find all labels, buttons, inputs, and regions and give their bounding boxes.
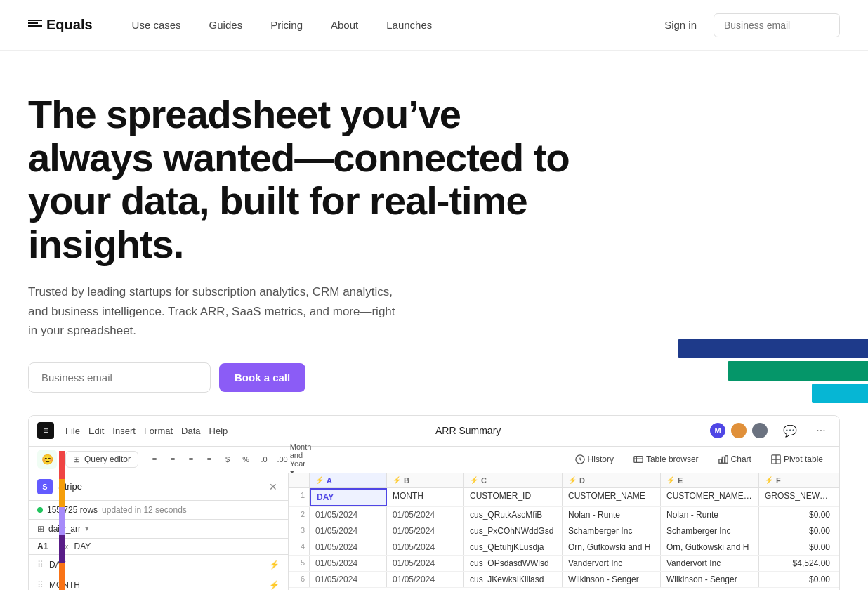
- cell-d5[interactable]: Vandervort Inc: [563, 556, 661, 571]
- more-icon[interactable]: ···: [811, 421, 831, 440]
- table-selector-row[interactable]: ⊞ daily_arr ▾: [29, 520, 288, 539]
- cell-c1[interactable]: CUSTOMER_ID: [464, 488, 563, 506]
- toolbar-right-buttons: History Table browser Chart Pivot table: [567, 451, 831, 468]
- cell-b3[interactable]: 01/05/2024: [387, 523, 464, 539]
- cell-f2[interactable]: $0.00: [759, 507, 836, 523]
- cell-e4[interactable]: Orn, Gutkowski and H: [661, 539, 759, 555]
- cell-c4[interactable]: cus_QEtuhjKLusdja: [464, 539, 563, 555]
- nav-link-use-cases[interactable]: Use cases: [121, 13, 192, 37]
- cell-b5[interactable]: 01/05/2024: [387, 556, 464, 571]
- cell-c2[interactable]: cus_QRutkAscMfiB: [464, 507, 563, 523]
- cell-e6[interactable]: Wilkinson - Senger: [661, 572, 759, 587]
- sign-in-link[interactable]: Sign in: [656, 13, 705, 37]
- spreadsheet-toolbar: ≡ File Edit Insert Format Data Help ARR …: [29, 416, 839, 447]
- chart-bar-3: [671, 383, 868, 403]
- lightning-f: ⚡: [765, 476, 773, 484]
- cell-b1[interactable]: MONTH: [387, 488, 464, 506]
- cell-c6[interactable]: cus_JKewksIKlllasd: [464, 572, 563, 587]
- chart-bar-2: [671, 361, 868, 381]
- menu-file[interactable]: File: [65, 426, 80, 436]
- menu-data[interactable]: Data: [181, 426, 200, 436]
- nav-link-about[interactable]: About: [320, 13, 369, 37]
- date-format-select[interactable]: Month and Year ▾: [293, 452, 308, 467]
- cell-a3[interactable]: 01/05/2024: [310, 523, 387, 539]
- emoji-button[interactable]: 😊: [37, 450, 57, 469]
- svg-rect-2: [722, 457, 725, 464]
- nav-link-pricing[interactable]: Pricing: [259, 13, 314, 37]
- chart-preview: [671, 339, 868, 403]
- cell-a5[interactable]: 01/05/2024: [310, 556, 387, 571]
- col-header-e[interactable]: ⚡ E: [661, 473, 759, 487]
- cell-f5[interactable]: $4,524.00: [759, 556, 836, 571]
- col-header-d[interactable]: ⚡ D: [563, 473, 661, 487]
- table-browser-button[interactable]: Table browser: [626, 451, 706, 468]
- col-header-c[interactable]: ⚡ C: [464, 473, 563, 487]
- col-header-a[interactable]: ⚡ A: [310, 473, 387, 487]
- cell-b6[interactable]: 01/05/2024: [387, 572, 464, 587]
- cell-f4[interactable]: $0.00: [759, 539, 836, 555]
- formula-bar: 😊 ⊞ Query editor ≡ ≡ ≡ ≡ $ % .0 .00 Mont…: [29, 447, 839, 473]
- cell-g4[interactable]: $465: [836, 539, 839, 555]
- drag-handle-icon[interactable]: ⠿: [37, 580, 44, 590]
- align-center-icon[interactable]: ≡: [165, 452, 180, 467]
- currency-icon[interactable]: $: [220, 452, 235, 467]
- cell-g2[interactable]: $0: [836, 507, 839, 523]
- nav-email-input[interactable]: [714, 13, 840, 37]
- close-sidebar-button[interactable]: ✕: [267, 480, 280, 493]
- align-right-icon[interactable]: ≡: [183, 452, 199, 467]
- stripe-icon: S: [37, 479, 53, 494]
- percent-icon[interactable]: %: [238, 452, 254, 467]
- table-browser-label: Table browser: [646, 454, 699, 464]
- menu-insert[interactable]: Insert: [112, 426, 136, 436]
- cell-e5[interactable]: Vandervort Inc: [661, 556, 759, 571]
- query-editor-button[interactable]: ⊞ Query editor: [65, 451, 138, 468]
- align-left-icon[interactable]: ≡: [147, 452, 162, 467]
- cell-d2[interactable]: Nolan - Runte: [563, 507, 661, 523]
- cell-f1[interactable]: GROSS_NEW_ARR: [759, 488, 836, 506]
- chart-button[interactable]: Chart: [711, 451, 759, 468]
- decimal-inc-icon[interactable]: .00: [275, 452, 290, 467]
- cell-d4[interactable]: Orn, Gutkowski and H: [563, 539, 661, 555]
- pivot-button[interactable]: Pivot table: [763, 451, 831, 468]
- cell-d1[interactable]: CUSTOMER_NAME: [563, 488, 661, 506]
- chat-icon[interactable]: 💬: [780, 421, 800, 440]
- menu-format[interactable]: Format: [144, 426, 173, 436]
- nav-link-launches[interactable]: Launches: [375, 13, 443, 37]
- cell-a1[interactable]: DAY: [310, 488, 387, 506]
- book-call-button[interactable]: Book a call: [219, 363, 305, 392]
- menu-help[interactable]: Help: [209, 426, 228, 436]
- cell-b4[interactable]: 01/05/2024: [387, 539, 464, 555]
- cell-d6[interactable]: Wilkinson - Senger: [563, 572, 661, 587]
- field-row-month: ⠿ MONTH ⚡: [29, 575, 288, 590]
- history-button[interactable]: History: [567, 451, 622, 468]
- nav-right: Sign in: [656, 13, 840, 37]
- align-justify-icon[interactable]: ≡: [202, 452, 217, 467]
- drag-handle-icon[interactable]: ⠿: [37, 560, 44, 570]
- logo[interactable]: Equals: [28, 17, 93, 33]
- row-num-1: 1: [289, 488, 310, 506]
- cell-d3[interactable]: Schamberger Inc: [563, 523, 661, 539]
- cell-g3[interactable]: [836, 523, 839, 539]
- cell-f6[interactable]: $0.00: [759, 572, 836, 587]
- menu-edit[interactable]: Edit: [88, 426, 104, 436]
- col-header-f[interactable]: ⚡ F: [759, 473, 836, 487]
- cell-e2[interactable]: Nolan - Runte: [661, 507, 759, 523]
- cell-c3[interactable]: cus_PxCOhNWddGsd: [464, 523, 563, 539]
- nav-link-guides[interactable]: Guides: [198, 13, 254, 37]
- cell-a2[interactable]: 01/05/2024: [310, 507, 387, 523]
- cell-g1[interactable]: EXPANSION_AR: [836, 488, 839, 506]
- cell-c5[interactable]: cus_OPsdasdWWlsd: [464, 556, 563, 571]
- cell-b2[interactable]: 01/05/2024: [387, 507, 464, 523]
- color-bar-dark-purple: [59, 535, 65, 563]
- cell-g6[interactable]: [836, 572, 839, 587]
- cell-a6[interactable]: 01/05/2024: [310, 572, 387, 587]
- col-header-g[interactable]: ⚡ G: [836, 473, 839, 487]
- hero-email-input[interactable]: [28, 362, 211, 393]
- cell-e3[interactable]: Schamberger Inc: [661, 523, 759, 539]
- cell-e1[interactable]: CUSTOMER_NAME_F: [661, 488, 759, 506]
- cell-g5[interactable]: ($0.00): [836, 556, 839, 571]
- cell-f3[interactable]: $0.00: [759, 523, 836, 539]
- col-header-b[interactable]: ⚡ B: [387, 473, 464, 487]
- cell-a4[interactable]: 01/05/2024: [310, 539, 387, 555]
- decimal-dec-icon[interactable]: .0: [256, 452, 272, 467]
